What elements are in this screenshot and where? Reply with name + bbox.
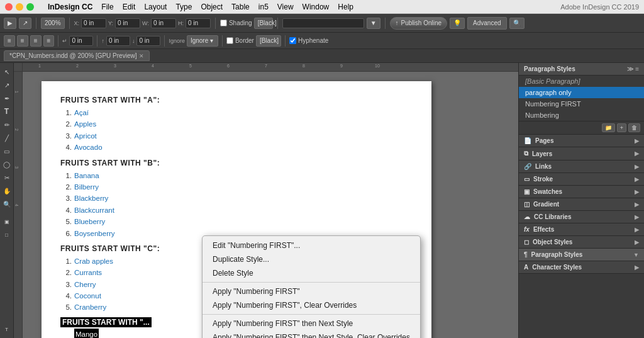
tool-zoom[interactable]: 🔍 — [1, 198, 13, 210]
tool-frame[interactable]: ▭ — [1, 145, 13, 157]
shading-checkbox[interactable] — [220, 20, 227, 26]
tool-pencil[interactable]: ✏ — [1, 118, 13, 131]
align-center[interactable]: ≡ — [17, 35, 28, 47]
align-right[interactable]: ≡ — [30, 35, 42, 47]
menu-window[interactable]: Window — [303, 3, 330, 11]
fruit-apple[interactable]: Apples — [74, 118, 96, 130]
indent-input[interactable] — [69, 36, 93, 46]
document-tab[interactable]: *CPN_Numbers.indd @ 200% [GPU Preview] ✕ — [4, 50, 150, 61]
fruit-mango[interactable]: Mango — [74, 329, 99, 338]
x-input[interactable] — [81, 18, 106, 28]
panel-parastyles-header[interactable]: ¶ Paragraph Styles ▼ — [519, 249, 644, 261]
menu-type[interactable]: Type — [175, 3, 192, 11]
ctx-edit[interactable]: Edit "Numbering FIRST"... — [203, 239, 420, 252]
panel-gradient-header[interactable]: ◫ Gradient ▶ — [519, 198, 644, 210]
ctx-apply-clear[interactable]: Apply "Numbering FIRST", Clear Overrides — [203, 298, 420, 312]
border-controls: Border [Black] — [226, 35, 281, 47]
fruit-blackcurrant[interactable]: Blackcurrant — [74, 205, 114, 216]
fruit-blueberry[interactable]: Blueberry — [74, 216, 105, 227]
ps-new-group[interactable]: 📁 — [602, 123, 615, 132]
para-style-arrow[interactable]: ▼ — [367, 18, 380, 29]
border-color[interactable]: [Black] — [256, 35, 281, 47]
panel-links-header[interactable]: 🔗 Links ▶ — [519, 161, 644, 172]
tool-select[interactable]: ▶ — [4, 18, 16, 29]
menu-layout[interactable]: Layout — [144, 3, 167, 11]
fruit-coconut[interactable]: Coconut — [74, 290, 101, 301]
menu-help[interactable]: Help — [338, 3, 353, 11]
tab-close-icon[interactable]: ✕ — [139, 53, 144, 59]
menu-view[interactable]: View — [277, 3, 294, 11]
panel-charstyles-header[interactable]: A Character Styles ▶ — [519, 261, 644, 273]
h-input[interactable] — [186, 18, 211, 28]
normal-mode[interactable]: □ — [1, 228, 13, 241]
justify[interactable]: ≡ — [43, 35, 55, 47]
para-styles-expand[interactable]: ≫ — [627, 65, 633, 72]
para-style-numbering-first[interactable]: Numbering FIRST — [519, 98, 644, 110]
para-styles-menu[interactable]: ≡ — [635, 65, 639, 72]
tool-hand[interactable]: ✋ — [1, 184, 13, 197]
menu-table[interactable]: Table — [231, 3, 250, 11]
panel-objstyles-header[interactable]: ◻ Object Styles ▶ — [519, 236, 644, 248]
fill-color[interactable]: [Black] — [254, 18, 273, 29]
panel-stroke-header[interactable]: ▭ Stroke ▶ — [519, 173, 644, 185]
fruit-boysenberry[interactable]: Boysenberry — [74, 228, 115, 239]
space-before[interactable] — [106, 36, 130, 46]
ctx-duplicate[interactable]: Duplicate Style... — [203, 252, 420, 266]
panel-layers-header[interactable]: ⧉ Layers ▶ — [519, 147, 644, 160]
fruit-blackberry[interactable]: Blackberry — [74, 193, 108, 204]
fruit-crabapple[interactable]: Crab apples — [74, 256, 113, 267]
fruit-cherry[interactable]: Cherry — [74, 279, 96, 290]
align-left[interactable]: ≡ — [4, 35, 15, 47]
tool-scissors[interactable]: ✂ — [1, 171, 13, 184]
fruit-acai[interactable]: Açaí — [74, 107, 89, 118]
publish-online-button[interactable]: ↑ Publish Online — [390, 17, 447, 30]
ctx-delete[interactable]: Delete Style — [203, 266, 420, 280]
menu-object[interactable]: Object — [201, 3, 223, 11]
space-before-label: ↑ — [101, 38, 104, 44]
fill-stroke[interactable]: ▣ — [1, 215, 13, 228]
fruit-currants[interactable]: Currants — [74, 267, 102, 278]
border-checkbox[interactable] — [226, 37, 233, 44]
menu-file[interactable]: File — [101, 3, 113, 11]
lightbulb-button[interactable]: 💡 — [450, 18, 465, 29]
menu-edit[interactable]: Edit — [123, 3, 136, 11]
panel-pages-header[interactable]: 📄 Pages ▶ — [519, 135, 644, 147]
tool-direct[interactable]: ↗ — [19, 18, 31, 29]
close-button[interactable] — [5, 3, 13, 11]
ps-new-style[interactable]: + — [617, 123, 626, 132]
tool-arrow[interactable]: ↖ — [1, 65, 13, 78]
tool-shape[interactable]: ◯ — [1, 158, 13, 171]
menu-in5[interactable]: in5 — [258, 3, 269, 11]
fruit-banana[interactable]: Banana — [74, 170, 99, 181]
space-after[interactable] — [136, 36, 160, 46]
panel-effects-header[interactable]: fx Effects ▶ — [519, 223, 644, 235]
tool-direct-select[interactable]: ↗ — [1, 79, 13, 91]
fruit-apricot[interactable]: Apricot — [74, 130, 97, 142]
w-input[interactable] — [151, 18, 176, 28]
fruit-avocado[interactable]: Avocado — [74, 142, 103, 153]
ctx-apply[interactable]: Apply "Numbering FIRST" — [203, 284, 420, 298]
para-style-basic[interactable]: [Basic Paragraph] — [519, 76, 644, 87]
hyphenate-checkbox[interactable] — [289, 37, 296, 44]
panel-cclibs-header[interactable]: ☁ CC Libraries ▶ — [519, 211, 644, 223]
tool-line[interactable]: ╱ — [1, 132, 13, 144]
fruit-cranberry[interactable]: Cranberry — [74, 301, 106, 313]
maximize-button[interactable] — [26, 3, 34, 11]
ctx-apply-next-clear[interactable]: Apply "Numbering FIRST" then Next Style,… — [203, 330, 420, 338]
y-input[interactable] — [115, 18, 140, 28]
frame-fitting[interactable]: T — [1, 323, 13, 335]
ps-delete-style[interactable]: 🗑 — [628, 123, 640, 132]
panel-swatches-header[interactable]: ▣ Swatches ▶ — [519, 186, 644, 198]
paragraph-style-input[interactable]: paragraph only — [282, 18, 364, 28]
ctx-apply-next[interactable]: Apply "Numbering FIRST" then Next Style — [203, 317, 420, 330]
ignore-dropdown[interactable]: Ignore ▾ — [187, 35, 218, 47]
para-style-paragraph-only[interactable]: paragraph only — [519, 87, 644, 98]
minimize-button[interactable] — [16, 3, 23, 11]
advanced-button[interactable]: Advanced — [467, 17, 506, 30]
tool-type[interactable]: T — [1, 105, 13, 118]
zoom-display[interactable]: 200% — [41, 18, 65, 29]
search-button[interactable]: 🔍 — [509, 18, 525, 29]
para-style-numbering[interactable]: Numbering — [519, 110, 644, 121]
tool-pen[interactable]: ✒ — [1, 92, 13, 104]
fruit-bilberry[interactable]: Bilberry — [74, 181, 99, 193]
